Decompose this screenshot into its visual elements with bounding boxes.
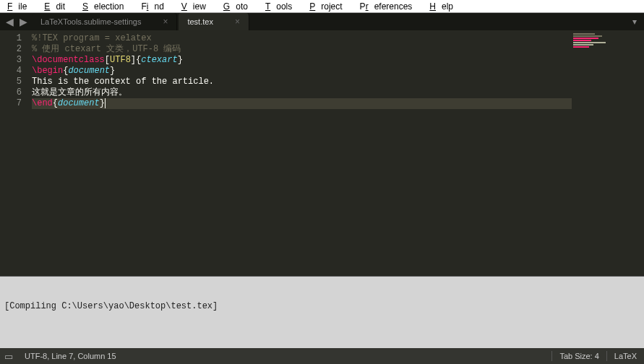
tab-bar: ◀ ▶ LaTeXTools.sublime-settings × test.t… bbox=[0, 13, 644, 30]
menu-goto[interactable]: Goto bbox=[218, 1, 259, 12]
code-line[interactable]: \documentclass[UTF8]{ctexart} bbox=[32, 55, 572, 66]
minimap-line bbox=[573, 42, 606, 43]
status-bar: ▭ UTF-8, Line 7, Column 15 Tab Size: 4 L… bbox=[0, 348, 644, 364]
menu-find[interactable]: Find bbox=[135, 1, 175, 12]
menu-file[interactable]: File bbox=[1, 1, 38, 12]
close-icon[interactable]: × bbox=[163, 17, 168, 27]
code-line[interactable]: 这就是文章的所有内容。 bbox=[32, 87, 572, 98]
code-line[interactable]: % 使用 ctexart 文类，UTF-8 编码 bbox=[32, 44, 572, 55]
menu-bar: File Edit Selection Find View Goto Tools… bbox=[0, 0, 644, 13]
line-gutter: 1234567 bbox=[0, 30, 27, 276]
menu-tools[interactable]: Tools bbox=[259, 1, 304, 12]
line-number: 4 bbox=[0, 66, 22, 77]
minimap[interactable] bbox=[572, 30, 644, 276]
line-number: 1 bbox=[0, 33, 22, 44]
menu-help[interactable]: Help bbox=[424, 1, 465, 12]
tab-label: LaTeXTools.sublime-settings bbox=[40, 17, 141, 26]
code-line[interactable]: \begin{document} bbox=[32, 66, 572, 77]
status-encoding[interactable]: UTF-8, Line 7, Column 15 bbox=[17, 352, 124, 360]
code-line[interactable]: \end{document} bbox=[32, 98, 572, 109]
tab-latextools-settings[interactable]: LaTeXTools.sublime-settings × bbox=[32, 13, 177, 30]
line-number: 3 bbox=[0, 55, 22, 66]
tab-label: test.tex bbox=[187, 17, 212, 26]
minimap-line bbox=[573, 46, 589, 48]
code-area[interactable]: %!TEX program = xelatex% 使用 ctexart 文类，U… bbox=[27, 30, 572, 276]
code-line[interactable]: This is the context of the article. bbox=[32, 77, 572, 87]
code-line[interactable]: %!TEX program = xelatex bbox=[32, 33, 572, 44]
minimap-line bbox=[573, 40, 591, 41]
minimap-line bbox=[573, 35, 602, 37]
line-number: 5 bbox=[0, 77, 22, 87]
text-cursor bbox=[105, 98, 106, 108]
console-line: [Compiling C:\Users\yao\Desktop\test.tex… bbox=[4, 301, 640, 312]
tab-test-tex[interactable]: test.tex × bbox=[179, 13, 249, 30]
nav-forward-icon[interactable]: ▶ bbox=[17, 16, 30, 27]
menu-selection[interactable]: Selection bbox=[77, 1, 135, 12]
tab-overflow-icon[interactable]: ▾ bbox=[625, 17, 644, 27]
menu-project[interactable]: Project bbox=[304, 1, 353, 12]
menu-preferences[interactable]: Preferences bbox=[354, 1, 424, 12]
editor[interactable]: 1234567 %!TEX program = xelatex% 使用 ctex… bbox=[0, 30, 644, 276]
line-number: 2 bbox=[0, 44, 22, 55]
minimap-line bbox=[573, 38, 598, 39]
line-number: 6 bbox=[0, 87, 22, 98]
status-syntax[interactable]: LaTeX bbox=[607, 352, 644, 360]
minimap-line bbox=[573, 44, 593, 46]
minimap-line bbox=[573, 33, 595, 35]
nav-back-icon[interactable]: ◀ bbox=[3, 16, 17, 27]
close-icon[interactable]: × bbox=[235, 17, 240, 27]
status-tab-size[interactable]: Tab Size: 4 bbox=[552, 352, 606, 360]
menu-view[interactable]: View bbox=[176, 1, 218, 12]
panel-switcher-icon[interactable]: ▭ bbox=[0, 351, 17, 362]
menu-edit[interactable]: Edit bbox=[38, 1, 77, 12]
build-output-panel[interactable]: [Compiling C:\Users\yao\Desktop\test.tex… bbox=[0, 276, 644, 348]
line-number: 7 bbox=[0, 98, 22, 109]
